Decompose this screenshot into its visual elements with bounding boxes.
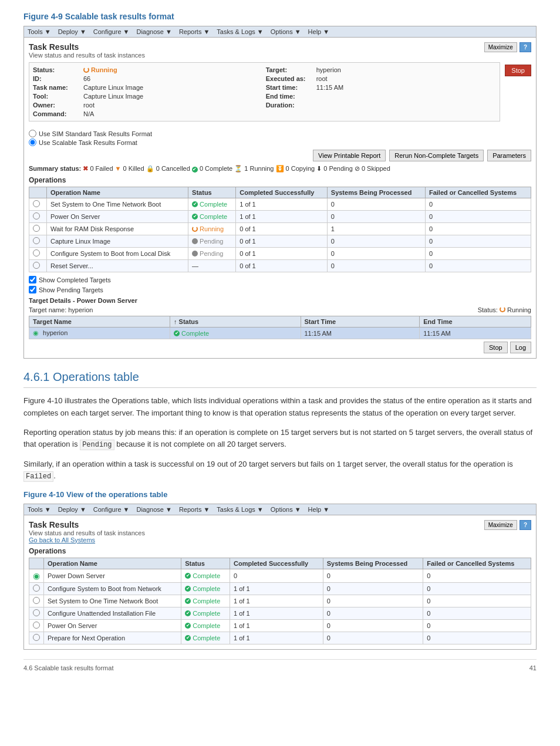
complete-circle-icon: ✔ (174, 330, 180, 336)
menu-tasks-logs[interactable]: Tasks & Logs ▼ (217, 28, 263, 35)
footer-left: 4.6 Scalable task results format (23, 664, 113, 671)
menu-deploy[interactable]: Deploy ▼ (58, 28, 86, 35)
col-completed-header: Completed Successfully (236, 187, 328, 198)
target-label: Target: (266, 66, 313, 73)
target-row-name: ◉ hyperion (29, 328, 170, 339)
figure410-window: Tools ▼ Deploy ▼ Configure ▼ Diagnose ▼ … (23, 504, 537, 650)
owner-value: root (83, 102, 95, 109)
window-subtitle: View status and results of task instance… (29, 52, 145, 59)
table-row: Reset Server... — 0 of 1 0 0 (29, 260, 531, 272)
section-number: 4.6.1 (23, 370, 49, 383)
table-row: Configure System to Boot from Local Disk… (29, 248, 531, 260)
col-op-name (29, 187, 47, 198)
menu2-deploy[interactable]: Deploy ▼ (58, 506, 86, 513)
target-row-start: 11:15 AM (301, 328, 420, 339)
table-row: Set System to One Time Network Boot ✔ Co… (29, 198, 531, 211)
col2-status: Status (181, 558, 230, 569)
stop-button[interactable]: Stop (505, 65, 531, 76)
paragraph-3: Similarly, if an operation within a task… (23, 458, 537, 483)
help-button[interactable]: ? (519, 42, 531, 52)
bottom-buttons: Stop Log (29, 342, 531, 353)
target-name-text: Target name: hyperion (29, 306, 93, 313)
figure410-title: Figure 4-10 View of the operations table (23, 490, 537, 499)
cmd-label: Command: (33, 110, 80, 117)
maximize-button[interactable]: Maximize (484, 42, 517, 52)
running-text-icon: ⏳ (234, 165, 242, 172)
menu-diagnose[interactable]: Diagnose ▼ (136, 28, 171, 35)
section-title: Operations table (53, 370, 139, 383)
menu-tools[interactable]: Tools ▼ (28, 28, 51, 35)
menu-configure[interactable]: Configure ▼ (93, 28, 130, 35)
view-report-button[interactable]: View Printable Report (313, 150, 386, 161)
target-status-text: Status: Running (478, 306, 531, 313)
section-heading: 4.6.1 Operations table (23, 370, 537, 388)
table-row: Power On Server ✔ Complete 1 of 1 0 0 (29, 619, 531, 632)
menu-options[interactable]: Options ▼ (271, 28, 301, 35)
col2-completed: Completed Successfully (230, 558, 323, 569)
menu2-configure[interactable]: Configure ▼ (93, 506, 130, 513)
status-grid: Status: Running ID: 66 Task name: (29, 62, 500, 121)
menu2-diagnose[interactable]: Diagnose ▼ (136, 506, 171, 513)
table-row: Configure Unattended Installation File ✔… (29, 607, 531, 619)
summary-line: Summary status: ✖ 0 Failed ▼ 0 Killed 🔒 … (29, 165, 531, 173)
parameters-button[interactable]: Parameters (487, 150, 531, 161)
col2-radio (29, 558, 44, 569)
target-running-icon (500, 306, 505, 312)
footer-right: 41 (529, 664, 537, 671)
checkbox-completed: Show Completed Targets (29, 276, 531, 283)
bottom-stop-button[interactable]: Stop (484, 342, 508, 353)
menu-reports[interactable]: Reports ▼ (179, 28, 210, 35)
tool-label: Tool: (33, 93, 80, 100)
show-pending-label: Show Pending Targets (39, 286, 103, 293)
window-title: Task Results (29, 42, 145, 52)
rerun-button[interactable]: Rerun Non-Complete Targets (389, 150, 484, 161)
table-row: Wait for RAM Disk Response Running 0 of … (29, 223, 531, 235)
radio-standard[interactable] (29, 130, 36, 137)
radio-scalable-label: Use Scalable Task Results Format (39, 139, 137, 146)
bottom-log-button[interactable]: Log (510, 342, 531, 353)
target-value: hyperion (316, 66, 341, 73)
help-button-2[interactable]: ? (519, 520, 531, 530)
menu2-reports[interactable]: Reports ▼ (179, 506, 210, 513)
cancelled-icon: 🔒 (146, 165, 154, 172)
menu2-options[interactable]: Options ▼ (271, 506, 301, 513)
window-header-2: Task Results View status and results of … (29, 520, 531, 544)
menu2-tools[interactable]: Tools ▼ (28, 506, 51, 513)
skipped-icon: ⊘ (355, 165, 360, 172)
target-details-table: Target Name ↑ Status Start Time End Time… (29, 316, 531, 339)
menu2-help[interactable]: Help ▼ (308, 506, 330, 513)
target-col-status: ↑ Status (170, 316, 301, 328)
page-footer: 4.6 Scalable task results format 41 (23, 659, 537, 671)
radio-scalable[interactable] (29, 139, 36, 146)
table-row: Prepare for Next Operation ✔ Complete 1 … (29, 632, 531, 644)
go-back-link[interactable]: Go back to All Systems (29, 536, 145, 544)
paragraph-1: Figure 4-10 illustrates the Operations t… (23, 395, 537, 420)
target-col-end: End Time (420, 316, 531, 328)
operations-table-2: Operation Name Status Completed Successf… (29, 558, 531, 644)
target-col-name: Target Name (29, 316, 170, 328)
show-completed-checkbox[interactable] (29, 276, 36, 283)
table-row: Set System to One Time Network Boot ✔ Co… (29, 595, 531, 607)
task-value: Capture Linux Image (83, 84, 143, 91)
target-row-end: 11:15 AM (420, 328, 531, 339)
complete-icon: ✔ (192, 167, 198, 173)
radio-options: Use SIM Standard Task Results Format Use… (29, 130, 531, 146)
show-pending-checkbox[interactable] (29, 286, 36, 293)
start-label: Start time: (266, 84, 313, 91)
maximize-button-2[interactable]: Maximize (484, 520, 517, 530)
window-subtitle-2: View status and results of task instance… (29, 529, 145, 536)
menu-bar-2: Tools ▼ Deploy ▼ Configure ▼ Diagnose ▼ … (24, 504, 536, 515)
menu-bar: Tools ▼ Deploy ▼ Configure ▼ Diagnose ▼ … (24, 26, 536, 38)
radio-standard-label: Use SIM Standard Task Results Format (39, 130, 152, 137)
status-label: Status: (33, 66, 80, 73)
killed-icon: ▼ (115, 165, 122, 172)
menu2-tasks-logs[interactable]: Tasks & Logs ▼ (217, 506, 263, 513)
summary-text: ✖ 0 Failed ▼ 0 Killed 🔒 0 Cancelled ✔ 0 … (83, 165, 390, 172)
menu-help[interactable]: Help ▼ (308, 28, 330, 35)
col-op-name-header: Operation Name (47, 187, 188, 198)
target-name-row: Target name: hyperion Status: Running (29, 306, 531, 313)
cmd-value: N/A (83, 110, 94, 117)
target-complete-icon: ◉ (33, 329, 39, 336)
id-value: 66 (83, 75, 90, 82)
show-completed-label: Show Completed Targets (39, 276, 111, 283)
